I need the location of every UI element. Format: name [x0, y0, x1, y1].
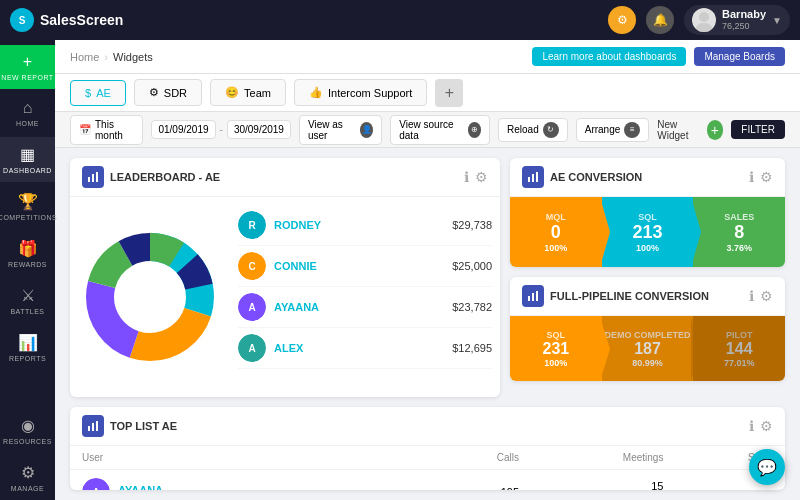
svg-rect-13: [536, 172, 538, 182]
widget-actions: ℹ ⚙: [749, 418, 773, 434]
sidebar-item-dashboard[interactable]: ▦ DASHBOARD: [0, 137, 55, 182]
info-icon[interactable]: ℹ: [749, 418, 754, 434]
info-icon[interactable]: ℹ: [749, 288, 754, 304]
tab-team[interactable]: 😊 Team: [210, 79, 286, 106]
pipe-pilot-pct: 77.01%: [724, 358, 755, 368]
month-select[interactable]: 📅 This month: [70, 115, 143, 145]
battle-icon: ⚔: [21, 286, 35, 305]
settings-button[interactable]: ⚙: [608, 6, 636, 34]
sales-bar: SALES 8 3.76%: [693, 197, 785, 267]
pipeline-title: FULL-PIPELINE CONVERSION: [550, 290, 709, 302]
info-icon[interactable]: ℹ: [464, 169, 469, 185]
settings-icon[interactable]: ⚙: [760, 288, 773, 304]
avatar: C: [238, 252, 266, 280]
pipeline-demo-bar: DEMO COMPLETED 187 80.99%: [602, 316, 694, 381]
pipe-sql-label: SQL: [547, 330, 566, 340]
learn-more-button[interactable]: Learn more about dashboards: [532, 47, 686, 66]
user-icon: 👤: [360, 122, 373, 138]
sub-header: Home › Widgets Learn more about dashboar…: [55, 40, 800, 74]
view-as-user-button[interactable]: View as user 👤: [299, 115, 382, 145]
user-profile[interactable]: Barnaby 76,250 ▼: [684, 5, 790, 35]
tab-intercom[interactable]: 👍 Intercom Support: [294, 79, 427, 106]
breadcrumb: Home › Widgets: [70, 51, 153, 63]
breadcrumb-separator: ›: [104, 51, 108, 63]
home-icon: ⌂: [23, 99, 33, 117]
pipeline-bars: SQL 231 100% DEMO COMPLETED 187 80.99%: [510, 316, 785, 381]
sidebar-item-manage[interactable]: ⚙ MANAGE: [0, 455, 55, 500]
svg-rect-18: [92, 423, 94, 431]
resources-icon: ◉: [21, 416, 35, 435]
ae-conversion-widget: AE CONVERSION ℹ ⚙ MQL 0 100%: [510, 158, 785, 267]
leaderboard-value: $29,738: [452, 219, 492, 231]
logo-icon: S: [10, 8, 34, 32]
widget-actions: ℹ ⚙: [749, 288, 773, 304]
user-info: Barnaby 76,250: [722, 8, 766, 32]
content-area: Home › Widgets Learn more about dashboar…: [55, 40, 800, 500]
date-from[interactable]: 01/09/2019: [151, 120, 215, 139]
svg-rect-14: [528, 296, 530, 301]
tab-ae[interactable]: $ AE: [70, 80, 126, 106]
view-source-label: View source data: [399, 119, 463, 141]
new-widget-label: New Widget: [657, 119, 702, 141]
svg-point-1: [696, 23, 712, 32]
tab-sdr[interactable]: ⚙ SDR: [134, 79, 202, 106]
sidebar-item-label: NEW REPORT: [1, 74, 53, 81]
top-list-widget: TOP LIST AE ℹ ⚙ User Calls Meetings Sale…: [70, 407, 785, 490]
reload-icon: ↻: [543, 122, 559, 138]
avatar: [692, 8, 716, 32]
sidebar-item-label: RESOURCES: [3, 438, 52, 445]
sidebar-item-competitions[interactable]: 🏆 COMPETITIONS: [0, 184, 55, 229]
sidebar-item-rewards[interactable]: 🎁 REWARDS: [0, 231, 55, 276]
svg-rect-17: [88, 426, 90, 431]
sql-arrow: [691, 197, 701, 267]
sidebar-item-new-report[interactable]: + NEW REPORT: [0, 45, 55, 89]
user-name: Barnaby: [722, 8, 766, 21]
sql-value: 213: [632, 222, 662, 243]
tab-label: SDR: [164, 87, 187, 99]
svg-rect-3: [92, 174, 94, 182]
dashboard-grid: LEADERBOARD - AE ℹ ⚙: [55, 148, 800, 500]
settings-icon[interactable]: ⚙: [475, 169, 488, 185]
conversion-title: AE CONVERSION: [550, 171, 642, 183]
top-list-title: TOP LIST AE: [110, 420, 177, 432]
sidebar-item-resources[interactable]: ◉ RESOURCES: [0, 408, 55, 453]
sidebar-item-home[interactable]: ⌂ HOME: [0, 91, 55, 135]
filter-button[interactable]: FILTER: [731, 120, 785, 139]
sidebar: + NEW REPORT ⌂ HOME ▦ DASHBOARD 🏆 COMPET…: [0, 40, 55, 500]
widget-header: AE CONVERSION ℹ ⚙: [510, 158, 785, 197]
sales-value: 8: [734, 222, 744, 243]
svg-rect-11: [528, 177, 530, 182]
arrange-icon: ≡: [624, 122, 640, 138]
tab-add-button[interactable]: +: [435, 79, 463, 107]
leaderboard-list: R RODNEY $29,738 C CONNIE $25,000: [230, 197, 500, 397]
sidebar-item-reports[interactable]: 📊 REPORTS: [0, 325, 55, 370]
info-icon[interactable]: ℹ: [749, 169, 754, 185]
pipe-demo-pct: 80.99%: [632, 358, 663, 368]
manage-boards-button[interactable]: Manage Boards: [694, 47, 785, 66]
col-calls: Calls: [428, 446, 531, 470]
svg-rect-19: [96, 421, 98, 431]
chat-button[interactable]: 💬: [749, 449, 785, 485]
breadcrumb-home[interactable]: Home: [70, 51, 99, 63]
avatar: A: [238, 293, 266, 321]
notification-button[interactable]: 🔔: [646, 6, 674, 34]
pipe-sql-pct: 100%: [544, 358, 567, 368]
settings-icon[interactable]: ⚙: [760, 169, 773, 185]
calendar-icon: 📅: [79, 124, 91, 135]
settings-icon[interactable]: ⚙: [760, 418, 773, 434]
sidebar-item-battles[interactable]: ⚔ BATTLES: [0, 278, 55, 323]
arrange-button[interactable]: Arrange ≡: [576, 118, 650, 142]
widget-header: FULL-PIPELINE CONVERSION ℹ ⚙: [510, 277, 785, 316]
top-nav: S SalesScreen ⚙ 🔔 Barnaby 76,250 ▼: [0, 0, 800, 40]
view-source-button[interactable]: View source data ⊕: [390, 115, 490, 145]
pipeline-icon: [522, 285, 544, 307]
leaderboard-value: $12,695: [452, 342, 492, 354]
mql-pct: 100%: [544, 243, 567, 253]
pipe-demo-label: DEMO COMPLETED: [605, 330, 691, 340]
new-widget-button[interactable]: New Widget +: [657, 119, 723, 141]
col-user: User: [70, 446, 428, 470]
date-to[interactable]: 30/09/2019: [227, 120, 291, 139]
reload-button[interactable]: Reload ↻: [498, 118, 568, 142]
sub-header-actions: Learn more about dashboards Manage Board…: [532, 47, 785, 66]
new-widget-plus-icon: +: [707, 120, 724, 140]
